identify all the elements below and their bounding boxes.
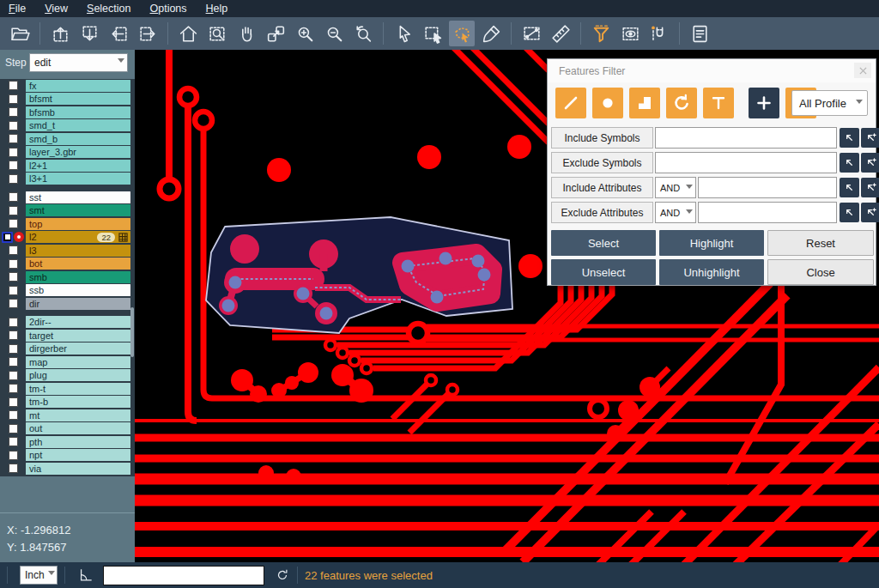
layer-name[interactable]: fx <box>26 80 130 92</box>
layer-row-plug[interactable]: plug <box>0 369 135 383</box>
layer-row-bfsmb[interactable]: bfsmb <box>0 106 135 119</box>
layer-checkbox[interactable] <box>9 424 18 433</box>
layer-name[interactable]: plug <box>26 369 130 381</box>
layer-row-dir[interactable]: dir <box>0 297 135 311</box>
unhighlight-button[interactable]: Unhighlight <box>659 259 764 285</box>
layer-row-pth[interactable]: pth <box>0 435 135 449</box>
layer-checkbox[interactable] <box>9 451 18 460</box>
pick-add-attribute-icon[interactable] <box>861 178 879 197</box>
menu-help[interactable]: Help <box>206 3 228 15</box>
open-folder-icon[interactable] <box>7 21 33 46</box>
layer-row-smd_t[interactable]: smd_t <box>0 119 135 133</box>
layer-row-map[interactable]: map <box>0 355 135 369</box>
layer-name[interactable]: ssb <box>26 284 130 296</box>
select-button[interactable]: Select <box>551 230 656 256</box>
zoom-in-icon[interactable] <box>292 21 318 46</box>
layer-checkbox[interactable] <box>9 148 18 157</box>
layer-name[interactable]: dir <box>26 298 130 310</box>
layer-name[interactable]: dirgerber <box>26 342 130 355</box>
exclude-symbols-button[interactable]: Exclude Symbols <box>551 152 653 173</box>
layer-name[interactable]: l3+1 <box>26 173 130 185</box>
notes-list-icon[interactable] <box>687 21 712 46</box>
layer-name[interactable]: npt <box>26 449 130 461</box>
pick-symbol-icon[interactable] <box>840 128 859 148</box>
angle-measure-icon[interactable] <box>77 567 94 584</box>
layer-name[interactable]: target <box>26 330 130 342</box>
include-symbols-button[interactable]: Include Symbols <box>551 127 653 149</box>
layer-row-l3[interactable]: l3 <box>0 244 135 258</box>
zoom-previous-icon[interactable] <box>350 21 376 46</box>
measure-line-icon[interactable] <box>518 21 544 46</box>
layer-name[interactable]: tm-t <box>26 383 130 395</box>
layer-name[interactable]: layer_3.gbr <box>26 146 130 158</box>
unselect-button[interactable]: Unselect <box>551 259 656 285</box>
profile-dropdown[interactable]: All Profile <box>791 90 868 116</box>
filter-icon[interactable] <box>588 21 614 46</box>
menu-options[interactable]: Options <box>149 3 186 15</box>
layer-name[interactable]: bot <box>26 258 130 270</box>
layer-row-via[interactable]: via <box>0 462 135 476</box>
layer-name[interactable]: l222 <box>26 231 130 243</box>
layer-row-top[interactable]: top <box>0 217 135 231</box>
layer-row-tm-b[interactable]: tm-b <box>0 396 135 409</box>
layer-name[interactable]: via <box>26 463 130 475</box>
refresh-icon[interactable] <box>275 567 290 583</box>
close-icon[interactable] <box>854 63 871 78</box>
layer-checkbox[interactable] <box>9 94 18 104</box>
layer-checkbox[interactable] <box>9 299 18 308</box>
menu-view[interactable]: View <box>45 3 68 15</box>
select-cursor-icon[interactable] <box>391 21 416 46</box>
layer-row-tm-t[interactable]: tm-t <box>0 382 135 396</box>
layer-name[interactable]: bfsmt <box>26 93 130 105</box>
layer-checkbox[interactable] <box>9 410 18 420</box>
layer-checkbox[interactable] <box>9 174 18 184</box>
layer-row-smt[interactable]: smt <box>0 204 135 218</box>
pan-left-icon[interactable] <box>106 21 131 46</box>
layer-checkbox[interactable] <box>9 371 18 380</box>
layer-row-sst[interactable]: sst <box>0 191 135 204</box>
surface-tool-icon[interactable] <box>629 88 660 118</box>
layer-checkbox[interactable] <box>9 161 18 170</box>
layer-row-target[interactable]: target <box>0 329 135 342</box>
exclude-attributes-input[interactable] <box>698 202 837 223</box>
previous-view-icon[interactable] <box>263 21 288 46</box>
layer-name[interactable]: out <box>26 422 130 434</box>
layer-row-l3+1[interactable]: l3+1 <box>0 173 135 186</box>
select-rect-icon[interactable] <box>420 21 446 46</box>
pick-symbol-icon[interactable] <box>840 153 859 173</box>
layer-row-l2+1[interactable]: l2+1 <box>0 159 135 173</box>
include-attributes-button[interactable]: Include Attributes <box>551 177 653 198</box>
highlight-button[interactable]: Highlight <box>659 230 764 256</box>
layer-name[interactable]: top <box>26 218 130 230</box>
layer-checkbox[interactable] <box>9 246 18 255</box>
pick-add-attribute-icon[interactable] <box>861 203 879 222</box>
layer-checkbox[interactable] <box>9 286 18 295</box>
layer-name[interactable]: pth <box>26 436 130 448</box>
layer-row-bfsmt[interactable]: bfsmt <box>0 93 135 106</box>
exclude-symbols-input[interactable] <box>655 152 837 173</box>
pan-down-icon[interactable] <box>76 21 102 46</box>
layer-name[interactable]: smd_t <box>26 119 130 131</box>
layer-name[interactable]: smb <box>26 271 130 283</box>
line-tool-icon[interactable] <box>555 88 586 118</box>
select-polygon-icon[interactable] <box>449 21 475 46</box>
zoom-out-icon[interactable] <box>321 21 347 46</box>
snap-icon[interactable] <box>646 21 672 46</box>
layer-name[interactable]: smd_b <box>26 133 130 145</box>
layer-name[interactable]: mt <box>26 409 130 421</box>
dialog-titlebar[interactable]: Features Filter <box>548 59 876 82</box>
layer-row-bot[interactable]: bot <box>0 258 135 271</box>
layer-checkbox[interactable] <box>2 232 13 243</box>
view-features-icon[interactable] <box>617 21 643 46</box>
menu-file[interactable]: File <box>9 3 26 15</box>
layer-name[interactable]: l3 <box>26 245 130 257</box>
exclude-attributes-logic-dropdown[interactable]: AND <box>655 202 696 223</box>
add-filter-icon[interactable] <box>749 88 779 118</box>
layer-checkbox[interactable] <box>9 206 18 215</box>
layer-row-smb[interactable]: smb <box>0 270 135 284</box>
layer-list-scrollbar[interactable] <box>130 307 134 357</box>
layer-checkbox[interactable] <box>9 318 18 327</box>
pan-hand-icon[interactable] <box>233 21 259 46</box>
layer-name[interactable]: tm-b <box>26 396 130 408</box>
layer-checkbox[interactable] <box>9 344 18 354</box>
